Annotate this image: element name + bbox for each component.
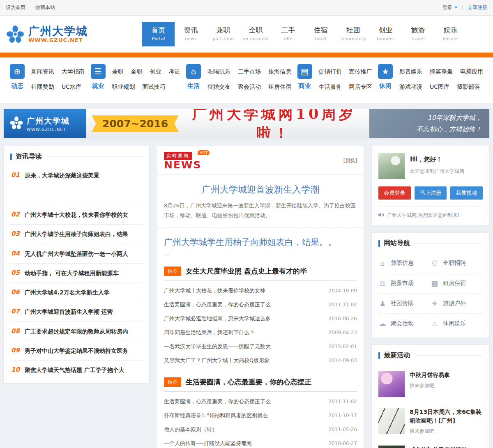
tab-founder[interactable]: 创业 founder — [369, 22, 402, 46]
sidebar-item-gathering[interactable]: ☁ 聚会活动 — [378, 319, 431, 328]
category-link[interactable]: 游戏动漫 — [399, 83, 422, 91]
category-link[interactable]: 创业 — [150, 68, 161, 76]
tab-second-hand[interactable]: 二手 idle — [272, 22, 304, 46]
digest-item-title[interactable]: 广工要求超过规定年限的教师从周转房内 — [25, 327, 128, 335]
news-row-title[interactable]: 广州大学城十大校花，快来看你学校的女神 — [164, 287, 265, 294]
digest-item-title[interactable]: 广州大学城十大校花，快来看你学校的女 — [25, 211, 128, 219]
tab-travel[interactable]: 旅游 travel — [402, 22, 434, 46]
sidebar-item-travel-outdoor[interactable]: ✈ 旅游户外 — [431, 299, 483, 308]
category-link[interactable]: 电脑应用 — [460, 68, 483, 76]
category-link[interactable]: 旅游信息 — [268, 68, 291, 76]
favorite-link[interactable]: 收藏本站 — [35, 4, 55, 11]
sidebar-item-full-time[interactable]: ⚇ 全职招聘 — [431, 259, 483, 267]
category-link[interactable]: UC图库 — [430, 83, 449, 91]
category-link[interactable]: 新闻资讯 — [31, 68, 54, 76]
news-row[interactable]: 生活要圆满，心态最重要，你的心态摆正了么 2011-11-02 — [164, 395, 357, 409]
digest-item-title[interactable]: 无人机广州大学城坠落砸伤一老一小两人 — [25, 250, 128, 258]
category-link[interactable]: 摄影部落 — [457, 83, 480, 91]
list-item[interactable]: 04 无人机广州大学城坠落砸伤一老一小两人 — [10, 244, 143, 264]
digest-item-title[interactable]: 动动手指， 可在大学城租用新能源车 — [25, 269, 119, 277]
activity-thumbnail[interactable] — [378, 446, 405, 448]
tab-hotel[interactable]: 住宿 hotel — [304, 22, 337, 46]
news-row-title[interactable]: 乔布斯经典语录1.“领袖和跟风者的区别就在 — [164, 412, 268, 419]
tab-leisure[interactable]: 娱乐 leisure — [434, 22, 467, 46]
category-link[interactable]: 兼职 — [112, 68, 124, 76]
login-link[interactable]: 登录 — [442, 4, 458, 11]
news-row[interactable]: 四年同居生活结束后，我还剩下什么？ 2009-04-23 — [164, 326, 357, 340]
news-row-title[interactable]: 又黑我大广工？广州大学城十大高校Q版形象 — [164, 357, 270, 364]
category-link[interactable]: 二手市场 — [238, 68, 261, 76]
list-item[interactable]: 06 广州大学城4.2万名大学新生入学 — [10, 283, 143, 302]
news-row[interactable]: 一名武汉大学毕业生的反思——惊醒了无数大 2015-02-01 — [164, 340, 357, 354]
category-link[interactable]: 考证 — [169, 68, 180, 76]
news-headline-secondary[interactable]: 广州大学城学生用柚子向师姐表白，结果。。 — [157, 227, 364, 250]
list-item[interactable]: 07 广州大学城迎首波新生入学潮 运营 — [10, 302, 143, 322]
sidebar-item-part-time[interactable]: ⌂ 兼职信息 — [378, 259, 431, 267]
category-head-shangye[interactable]: ▤ 商业 — [297, 64, 312, 94]
sidebar-item-flea-market[interactable]: ⚖ 跳蚤市场 — [378, 279, 431, 287]
news-row-title[interactable]: 四年同居生活结束后，我还剩下什么？ — [164, 329, 255, 336]
register-now-button[interactable]: 马上注册 — [415, 186, 447, 200]
category-head-dongtai[interactable]: ⊕ 动态 — [10, 64, 25, 94]
category-link[interactable]: 征婚交友 — [207, 83, 230, 91]
activity-title[interactable]: 8月13日本周六，来6C集装箱吹画吧！[广州] — [410, 408, 483, 425]
register-link[interactable]: 立即注册 — [468, 4, 487, 11]
list-item[interactable]: 08 广工要求超过规定年限的教师从周转房内 — [10, 322, 143, 341]
category-link[interactable]: 职业规划 — [112, 83, 135, 91]
category-link[interactable]: 促销打折 — [319, 68, 342, 76]
set-home-link[interactable]: 设为首页 — [6, 4, 25, 11]
category-link[interactable]: 面试技巧 — [143, 83, 166, 91]
news-row[interactable]: 做人的基本原则（转） 2011-05-26 — [164, 423, 357, 437]
category-link[interactable]: 全职 — [131, 68, 143, 76]
submit-post-button[interactable]: 我要投稿 — [450, 186, 483, 200]
category-link[interactable]: UC水库 — [62, 83, 81, 91]
sidebar-item-leisure[interactable]: ♨ 休闲娱乐 — [431, 319, 483, 328]
digest-item-title[interactable]: 广州大学城4.2万名大学新生入学 — [25, 288, 110, 296]
list-item[interactable]: 05 动动手指， 可在大学城租用新能源车 — [10, 264, 143, 283]
category-link[interactable]: 社团赞助 — [31, 83, 54, 91]
category-link[interactable]: 租房住宿 — [268, 83, 291, 91]
site-logo[interactable]: 广州大学城 WWW.GZUC.NET — [6, 25, 88, 44]
sidebar-item-community-sponsor[interactable]: ♟ 社团赞助 — [378, 299, 431, 308]
member-login-button[interactable]: 会员登录 — [378, 186, 411, 200]
sidebar-item-housing[interactable]: ▤ 租房住宿 — [431, 279, 483, 287]
news-row[interactable]: 广州大学城必逛胜地指南，原来大学城这么多 2016-06-26 — [164, 312, 357, 326]
list-item[interactable]: 8月13日本周六，来6C集装箱吹画吧！[广州] 快来参加吧 — [378, 402, 483, 440]
category-link[interactable]: 搞笑整蛊 — [430, 68, 453, 76]
list-item[interactable]: 10 聚焦大学城天气热话题 广工学子抱个大 — [10, 361, 143, 379]
recommend-section-title[interactable]: 女生大尺度毕业照 盘点史上最有才的毕 — [186, 267, 307, 276]
digest-item-title[interactable]: 广州大学城迎首波新生入学潮 运营 — [25, 308, 113, 316]
category-link[interactable]: 生活服务 — [319, 83, 342, 91]
activity-thumbnail[interactable] — [378, 408, 405, 434]
news-row-title[interactable]: 做人的基本原则（转） — [164, 426, 217, 433]
news-row[interactable]: 广州大学城十大校花，快来看你学校的女神 2014-10-09 — [164, 284, 357, 298]
category-head-xiuxian[interactable]: ★ 休闲 — [378, 64, 393, 94]
news-row-title[interactable]: 一名武汉大学毕业生的反思——惊醒了无数大 — [164, 343, 271, 350]
tab-portal[interactable]: 首页 Portal — [142, 22, 175, 46]
tab-part-time[interactable]: 兼职 part-time — [207, 22, 240, 46]
digest-item-title[interactable]: 男子对中山大学鉴定结果不满劫持女医务 — [25, 347, 128, 355]
list-item[interactable]: 【公益】关爱广州流动... — [378, 440, 483, 448]
category-link[interactable]: 网店专区 — [349, 83, 372, 91]
category-link[interactable]: 宣传推广 — [349, 68, 372, 76]
activity-title[interactable]: 中秋月饼容易拿 — [410, 371, 450, 379]
digest-item-title[interactable]: 广州大学城学生用柚子向师姐表白，结果 — [25, 230, 128, 238]
tab-recruitment[interactable]: 全职 recruitment — [240, 22, 272, 46]
list-item[interactable]: 02 广州大学城十大校花，快来看你学校的女 — [10, 205, 143, 225]
announcement-text[interactable]: 广州大学城网,热烈欢迎您的到来! — [387, 212, 460, 219]
digest-item-title[interactable]: 聚焦大学城天气热话题 广工学子抱个大 — [25, 366, 124, 374]
switch-link[interactable]: [切换] — [343, 157, 357, 164]
news-row[interactable]: 乔布斯经典语录1.“领袖和跟风者的区别就在 2011-10-17 — [164, 409, 357, 423]
category-link[interactable]: 影音娱乐 — [399, 68, 422, 76]
announcement-bar[interactable]: 广州大学城网,热烈欢迎您的到来! — [378, 206, 483, 219]
list-item[interactable]: 03 广州大学城学生用柚子向师姐表白，结果 — [10, 225, 143, 244]
category-head-jiuye[interactable]: ☰ 就业 — [91, 64, 106, 94]
news-row-title[interactable]: 广州大学城必逛胜地指南，原来大学城这么多 — [164, 315, 271, 322]
news-row-title[interactable]: 生活要圆满，心态最重要，你的心态摆正了么 — [164, 301, 271, 308]
news-row[interactable]: 又黑我大广工？广州大学城十大高校Q版形象 2014-09-03 — [164, 354, 357, 368]
category-head-shenghuo[interactable]: ⌂ 生活 — [186, 64, 201, 94]
recommend-section-title[interactable]: 生活要圆满，心态最重要，你的心态摆正 — [186, 377, 311, 387]
activity-title[interactable]: 【公益】关爱广州流动... — [410, 446, 474, 448]
category-link[interactable]: 大学指南 — [62, 68, 85, 76]
news-row-title[interactable]: 生活要圆满，心态最重要，你的心态摆正了么 — [164, 398, 271, 405]
